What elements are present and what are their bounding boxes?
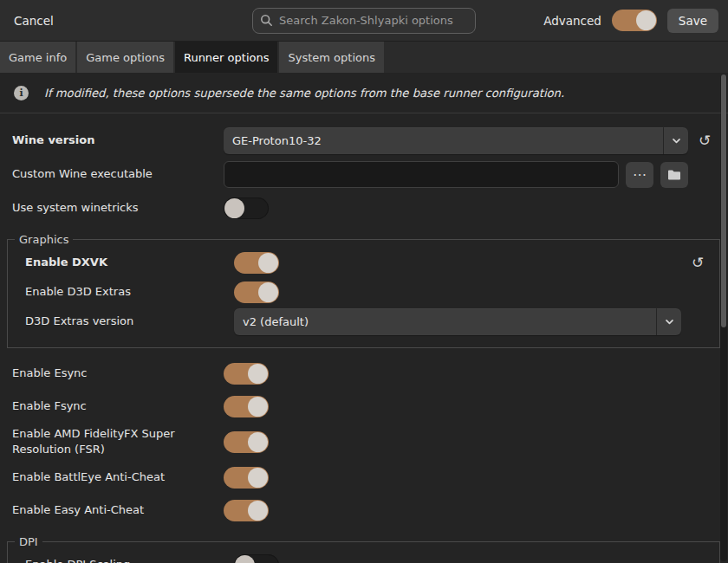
runner-options-panel: i If modified, these options supersede t… [0, 73, 728, 563]
use-system-winetricks-toggle[interactable] [224, 197, 269, 219]
d3d-extras-version-row: D3D Extras version v2 (default) [8, 308, 719, 335]
folder-icon [667, 169, 681, 181]
advanced-toggle[interactable] [612, 10, 657, 31]
enable-fsr-toggle[interactable] [224, 431, 269, 453]
custom-wine-executable-row: Custom Wine executable ⋯ [0, 161, 728, 188]
d3d-extras-version-dropdown[interactable]: v2 (default) [234, 308, 681, 335]
enable-fsync-row: Enable Fsync [0, 393, 728, 419]
tab-game-options[interactable]: Game options [77, 42, 173, 73]
advanced-label: Advanced [543, 14, 601, 28]
search-icon [260, 14, 273, 27]
switch-knob [248, 432, 268, 452]
custom-wine-executable-input[interactable] [224, 161, 619, 188]
config-tabs: Game info Game options Runner options Sy… [0, 42, 728, 73]
header-actions: Advanced Save [543, 9, 718, 33]
enable-fsr-row: Enable AMD FidelityFX Super Resolution (… [0, 426, 728, 457]
enable-eac-row: Enable Easy Anti-Cheat [0, 497, 728, 523]
more-options-button[interactable]: ⋯ [626, 162, 653, 188]
wine-version-row: Wine version GE-Proton10-32 ↺ [0, 127, 728, 154]
graphics-group-legend: Graphics [15, 233, 73, 246]
enable-fsync-toggle[interactable] [224, 396, 269, 417]
d3d-extras-version-value: v2 (default) [234, 315, 656, 328]
wine-version-value: GE-Proton10-32 [224, 134, 663, 147]
switch-knob [248, 468, 268, 488]
enable-fsr-label: Enable AMD FidelityFX Super Resolution (… [12, 426, 224, 457]
enable-dxvk-row: Enable DXVK ↺ [8, 249, 719, 275]
enable-d3d-extras-row: Enable D3D Extras [8, 279, 719, 305]
search-box[interactable] [252, 8, 476, 34]
wine-version-dropdown[interactable]: GE-Proton10-32 [224, 127, 688, 154]
save-button[interactable]: Save [667, 9, 718, 33]
switch-knob [258, 253, 278, 273]
scrollbar-thumb[interactable] [721, 74, 726, 327]
enable-dpi-scaling-toggle[interactable] [234, 554, 279, 563]
tab-runner-options[interactable]: Runner options [175, 42, 278, 73]
graphics-group: Graphics Enable DXVK ↺ Enable D3D Extras… [7, 233, 720, 348]
info-banner: i If modified, these options supersede t… [0, 73, 728, 113]
enable-eac-label: Enable Easy Anti-Cheat [12, 502, 224, 518]
search-input[interactable] [279, 14, 468, 27]
tab-game-info[interactable]: Game info [0, 42, 75, 73]
switch-knob [235, 555, 255, 563]
enable-esync-toggle[interactable] [224, 363, 269, 385]
dpi-group: DPI Enable DPI Scaling DPI [7, 535, 720, 563]
cancel-button[interactable]: Cancel [10, 9, 57, 33]
enable-d3d-extras-label: Enable D3D Extras [25, 284, 234, 300]
reset-wine-version-button[interactable]: ↺ [692, 133, 718, 148]
enable-battleye-label: Enable BattlEye Anti-Cheat [12, 469, 224, 485]
reset-dxvk-button[interactable]: ↺ [685, 256, 711, 270]
header-bar: Cancel Advanced Save [0, 0, 728, 42]
switch-knob [248, 397, 268, 417]
enable-esync-row: Enable Esync [0, 360, 728, 386]
enable-eac-toggle[interactable] [224, 500, 269, 521]
tab-system-options[interactable]: System options [279, 42, 384, 73]
browse-file-button[interactable] [660, 162, 688, 188]
d3d-extras-version-label: D3D Extras version [25, 314, 234, 329]
enable-esync-label: Enable Esync [12, 366, 224, 381]
enable-battleye-row: Enable BattlEye Anti-Cheat [0, 464, 728, 490]
enable-dpi-scaling-row: Enable DPI Scaling [8, 552, 719, 563]
enable-fsync-label: Enable Fsync [12, 398, 224, 414]
chevron-down-icon [656, 308, 681, 335]
wine-version-label: Wine version [12, 133, 224, 148]
enable-d3d-extras-toggle[interactable] [234, 282, 279, 303]
info-banner-text: If modified, these options supersede the… [44, 87, 564, 100]
switch-knob [224, 198, 244, 218]
switch-knob [248, 501, 268, 521]
enable-dpi-scaling-label: Enable DPI Scaling [25, 557, 234, 563]
enable-dxvk-label: Enable DXVK [25, 255, 234, 270]
custom-wine-executable-label: Custom Wine executable [12, 166, 224, 182]
switch-knob [248, 364, 268, 384]
vertical-scrollbar[interactable] [720, 74, 727, 561]
enable-battleye-toggle[interactable] [224, 467, 269, 489]
switch-knob [636, 10, 656, 30]
enable-dxvk-toggle[interactable] [234, 252, 279, 274]
dpi-group-legend: DPI [15, 535, 42, 548]
use-system-winetricks-label: Use system winetricks [12, 200, 224, 216]
use-system-winetricks-row: Use system winetricks [0, 195, 728, 221]
info-icon: i [14, 86, 29, 100]
chevron-down-icon [663, 127, 688, 154]
options-form: Wine version GE-Proton10-32 ↺ Custom Win… [0, 113, 728, 563]
switch-knob [258, 282, 278, 302]
